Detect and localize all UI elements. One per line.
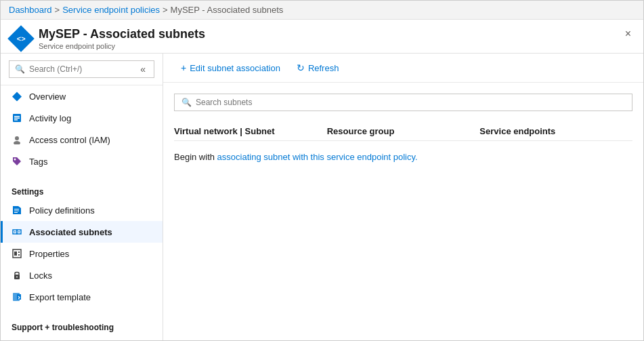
- content-area: + Edit subnet association ↻ Refresh 🔍 Vi…: [163, 54, 643, 340]
- breadcrumb-policies[interactable]: Service endpoint policies: [62, 5, 160, 15]
- sidebar-item-policy-definitions[interactable]: Policy definitions: [1, 199, 163, 221]
- subnet-search-icon: 🔍: [181, 98, 192, 107]
- edit-icon: +: [181, 62, 186, 73]
- search-input[interactable]: [29, 64, 133, 74]
- sidebar-item-export-template[interactable]: Export template: [1, 286, 163, 308]
- sidebar-item-label: Activity log: [29, 113, 71, 123]
- page-subtitle: Service endpoint policy: [39, 42, 205, 50]
- properties-icon: [12, 249, 22, 258]
- subnet-search-container: 🔍: [174, 94, 632, 111]
- edit-subnet-label: Edit subnet association: [190, 63, 280, 73]
- tags-icon: [12, 157, 22, 166]
- svg-rect-3: [14, 119, 18, 121]
- svg-rect-17: [18, 254, 20, 256]
- sidebar-item-label: Export template: [29, 292, 91, 302]
- activity-icon: [12, 113, 22, 123]
- sidebar-item-label: Overview: [29, 92, 66, 102]
- sidebar-search-container: 🔍 «: [1, 54, 163, 85]
- refresh-label: Refresh: [308, 63, 339, 73]
- associating-subnet-link[interactable]: associating subnet with this service end…: [217, 152, 418, 162]
- svg-point-5: [14, 141, 20, 144]
- breadcrumb-dashboard[interactable]: Dashboard: [9, 5, 52, 15]
- main-window: Dashboard > Service endpoint policies > …: [0, 0, 644, 341]
- table-header: Virtual network | Subnet Resource group …: [174, 122, 632, 141]
- breadcrumb: Dashboard > Service endpoint policies > …: [1, 1, 643, 20]
- svg-rect-2: [14, 118, 20, 119]
- empty-msg-text: Begin with: [174, 152, 217, 162]
- search-icon: 🔍: [15, 64, 25, 74]
- sidebar-item-locks[interactable]: Locks: [1, 264, 163, 286]
- sidebar-item-associated-subnets[interactable]: Associated subnets: [1, 221, 163, 243]
- sidebar-item-access-control[interactable]: Access control (IAM): [1, 129, 163, 151]
- svg-rect-15: [14, 252, 17, 256]
- access-icon: [12, 135, 22, 144]
- breadcrumb-current: MySEP - Associated subnets: [171, 5, 284, 15]
- policy-icon: [12, 205, 22, 215]
- sidebar-item-properties[interactable]: Properties: [1, 243, 163, 264]
- overview-icon: [12, 92, 22, 101]
- resource-icon: <>: [7, 25, 35, 52]
- subnet-search-input[interactable]: [196, 98, 625, 107]
- empty-state-message: Begin with associating subnet with this …: [174, 144, 632, 170]
- refresh-button[interactable]: ↻ Refresh: [290, 59, 346, 77]
- refresh-icon: ↻: [297, 62, 305, 73]
- main-layout: 🔍 « Overview: [1, 54, 643, 340]
- settings-section-label: Settings: [1, 178, 163, 199]
- sidebar-item-overview[interactable]: Overview: [1, 85, 163, 107]
- svg-point-19: [16, 277, 18, 278]
- svg-rect-7: [14, 209, 19, 209]
- svg-rect-16: [18, 252, 20, 253]
- sidebar-item-tags[interactable]: Tags: [1, 151, 163, 172]
- edit-subnet-button[interactable]: + Edit subnet association: [174, 59, 287, 77]
- close-button[interactable]: ×: [621, 26, 635, 41]
- title-bar-text: MySEP - Associated subnets Service endpo…: [39, 26, 205, 50]
- toolbar: + Edit subnet association ↻ Refresh: [163, 54, 643, 83]
- content-body: 🔍 Virtual network | Subnet Resource grou…: [163, 83, 643, 340]
- sidebar-item-label: Access control (IAM): [29, 135, 110, 145]
- sidebar-item-label: Properties: [29, 249, 69, 259]
- svg-rect-8: [14, 211, 19, 212]
- locks-icon: [12, 270, 22, 280]
- support-section-label: Support + troubleshooting: [1, 313, 163, 335]
- svg-rect-9: [14, 212, 18, 213]
- svg-point-12: [14, 231, 16, 233]
- sidebar-item-label: Policy definitions: [29, 205, 95, 216]
- column-resource-group: Resource group: [327, 126, 480, 136]
- svg-point-13: [18, 231, 20, 233]
- sidebar-item-label: Locks: [29, 270, 52, 281]
- column-virtual-network: Virtual network | Subnet: [174, 126, 327, 136]
- sidebar-item-label: Associated subnets: [29, 227, 112, 237]
- sidebar-item-activity-log[interactable]: Activity log: [1, 107, 163, 129]
- export-icon: [12, 292, 22, 302]
- title-bar: <> MySEP - Associated subnets Service en…: [1, 20, 643, 54]
- sidebar: 🔍 « Overview: [1, 54, 163, 340]
- sidebar-item-label: Tags: [29, 157, 47, 167]
- svg-rect-1: [14, 116, 20, 117]
- page-title: MySEP - Associated subnets: [39, 26, 205, 42]
- sidebar-item-new-support-request[interactable]: ? New support request: [1, 335, 163, 340]
- svg-point-6: [14, 159, 16, 161]
- svg-point-4: [15, 136, 19, 140]
- column-service-endpoints: Service endpoints: [479, 126, 632, 136]
- subnet-icon: [12, 227, 22, 237]
- collapse-button[interactable]: «: [137, 64, 148, 75]
